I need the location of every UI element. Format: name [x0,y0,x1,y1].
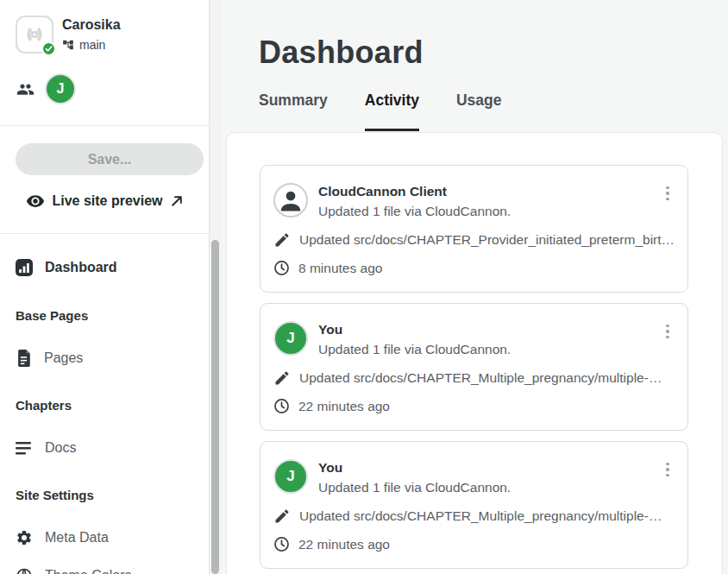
branch-row[interactable]: main [62,38,105,52]
kebab-menu-button[interactable] [658,319,677,344]
sidebar-item-label: Docs [45,440,76,456]
activity-time-row: 8 minutes ago [273,260,679,276]
activity-timestamp: 22 minutes ago [298,537,390,552]
clock-icon [273,398,290,414]
main-content: Dashboard Summary Activity Usage CloudCa… [222,0,728,574]
pencil-icon [273,369,291,387]
activity-summary: Updated 1 file via CloudCannon. [318,204,511,219]
activity-author: You [318,460,342,476]
tab-activity[interactable]: Activity [365,91,419,131]
sidebar-item-dashboard[interactable]: Dashboard [16,257,117,278]
sidebar-item-label: Meta Data [45,530,109,546]
branch-name: main [79,38,105,52]
tab-bar: Summary Activity Usage [259,91,502,131]
activity-summary: Updated 1 file via CloudCannon. [318,480,511,495]
activity-timestamp: 22 minutes ago [298,399,390,414]
activity-card: J You Updated 1 file via CloudCannon. Up… [260,441,688,569]
clock-icon [273,260,290,276]
activity-detail-row: Updated src/docs/CHAPTER_Multiple_pregna… [273,369,679,387]
pencil-icon [273,508,291,525]
sidebar-scrollbar-thumb[interactable] [211,240,219,574]
kebab-menu-button[interactable] [658,457,677,482]
activity-timestamp: 8 minutes ago [298,261,382,276]
activity-file-link[interactable]: Updated src/docs/CHAPTER_Multiple_pregna… [299,370,679,386]
kebab-menu-button[interactable] [658,181,677,205]
sidebar: Carosika main J Save... Live site previe… [0,0,222,574]
bar-chart-icon [16,259,33,276]
file-icon [16,350,32,367]
avatar: J [273,459,308,494]
person-icon [275,185,306,216]
activity-detail-row: Updated src/docs/CHAPTER_Provider_initia… [273,231,679,249]
live-site-preview-link[interactable]: Live site preview [0,192,210,211]
sidebar-item-meta-data[interactable]: Meta Data [16,527,109,548]
tab-summary[interactable]: Summary [259,91,328,131]
pencil-icon [273,231,291,249]
sidebar-scrollbar-track [209,0,222,574]
sidebar-divider [0,125,222,126]
sidebar-item-docs[interactable]: Docs [16,438,76,458]
activity-panel: CloudCannon Client Updated 1 file via Cl… [226,132,723,574]
eye-icon [26,192,45,211]
sidebar-heading-site-settings: Site Settings [16,488,94,502]
sidebar-item-pages[interactable]: Pages [16,348,83,369]
user-avatar[interactable]: J [45,73,76,104]
sidebar-heading-chapters: Chapters [16,398,72,413]
tab-usage[interactable]: Usage [456,91,502,131]
arrow-up-right-icon [170,194,184,208]
activity-time-row: 22 minutes ago [273,536,679,552]
sidebar-item-label: Pages [44,350,83,366]
lines-icon [16,441,33,455]
live-site-preview-label: Live site preview [52,193,162,209]
page-title: Dashboard [259,35,424,71]
sidebar-item-theme-colors[interactable]: Theme Colors [16,565,131,574]
gear-icon [16,529,33,546]
activity-detail-row: Updated src/docs/CHAPTER_Multiple_pregna… [273,508,679,525]
globe-icon [16,567,33,574]
git-branch-icon [62,39,74,51]
activity-file-link[interactable]: Updated src/docs/CHAPTER_Provider_initia… [299,232,679,248]
save-button[interactable]: Save... [16,143,204,175]
activity-author: You [318,322,342,337]
activity-author: CloudCannon Client [318,184,447,199]
people-icon [16,80,35,98]
sidebar-item-label: Theme Colors [45,568,131,574]
site-name[interactable]: Carosika [62,17,121,33]
team-members-button[interactable] [16,80,35,98]
clock-icon [273,536,290,552]
activity-summary: Updated 1 file via CloudCannon. [318,342,511,357]
check-icon [45,45,53,53]
activity-card: CloudCannon Client Updated 1 file via Cl… [260,165,688,293]
verified-badge [41,41,56,56]
avatar: J [273,321,308,356]
activity-card: J You Updated 1 file via CloudCannon. Up… [260,303,688,431]
activity-time-row: 22 minutes ago [273,398,679,414]
sidebar-divider [0,233,222,234]
sidebar-heading-base-pages: Base Pages [16,308,88,323]
activity-file-link[interactable]: Updated src/docs/CHAPTER_Multiple_pregna… [299,508,679,524]
sidebar-item-label: Dashboard [45,260,117,275]
avatar [273,183,308,218]
